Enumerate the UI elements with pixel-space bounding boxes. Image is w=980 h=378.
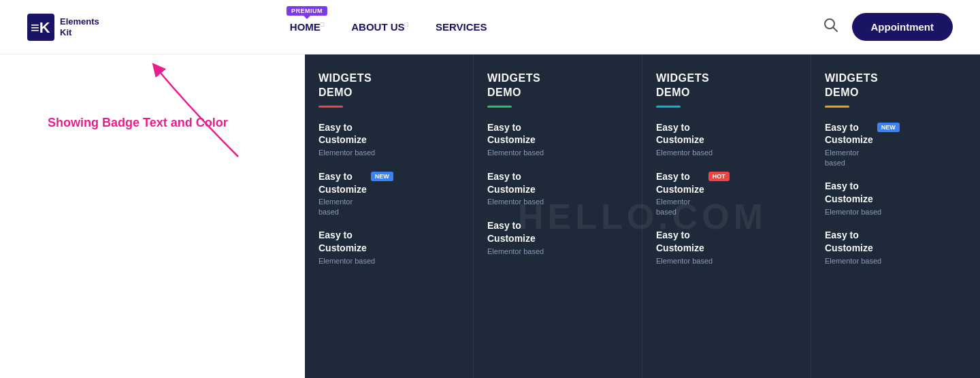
- home-superscript: □: [321, 21, 324, 28]
- badge-new: NEW: [371, 172, 393, 181]
- menu-item[interactable]: Easy toCustomize Elementorbased NEW: [318, 170, 459, 217]
- menu-item[interactable]: Easy toCustomize Elementor based: [318, 229, 459, 266]
- nav-item-about[interactable]: ABOUT US□: [351, 21, 408, 33]
- menu-item[interactable]: Easy toCustomize Elementor based: [656, 121, 797, 158]
- col-title-4: WIDGETSDEMO: [825, 72, 966, 100]
- logo-text: Elements Kit: [60, 16, 99, 37]
- about-superscript: □: [405, 21, 408, 28]
- menu-item[interactable]: Easy toCustomize Elementor based: [487, 170, 628, 207]
- menu-item[interactable]: Easy toCustomize Elementorbased HOT: [656, 170, 797, 217]
- search-icon[interactable]: [823, 18, 838, 36]
- menu-item[interactable]: Easy toCustomize Elementor based: [656, 229, 797, 266]
- home-label: HOME: [290, 21, 321, 33]
- col-header-3: WIDGETSDEMO: [656, 72, 797, 108]
- col-title-3: WIDGETSDEMO: [656, 72, 797, 100]
- logo[interactable]: ≡K Elements Kit: [27, 14, 99, 41]
- mega-col-3: WIDGETSDEMO Easy toCustomize Elementor b…: [642, 54, 811, 378]
- col-title-2: WIDGETSDEMO: [487, 72, 628, 100]
- menu-item[interactable]: Easy toCustomize Elementor based: [825, 180, 966, 217]
- header: ≡K Elements Kit PREMIUM HOME□ ABOUT US□ …: [0, 0, 980, 54]
- col-header-1: WIDGETSDEMO: [318, 72, 459, 108]
- menu-item[interactable]: Easy toCustomize Elementor based: [825, 229, 966, 266]
- menu-item[interactable]: Easy toCustomize Elementor based: [487, 121, 628, 158]
- col-underline-2: [487, 106, 512, 108]
- col-header-2: WIDGETSDEMO: [487, 72, 628, 108]
- logo-icon: ≡K: [27, 14, 54, 41]
- col-underline-4: [825, 106, 849, 108]
- logo-line1: Elements: [60, 16, 99, 27]
- nav-item-home[interactable]: PREMIUM HOME□: [290, 21, 324, 33]
- appointment-button[interactable]: Appointment: [852, 13, 953, 41]
- annotation-area: Showing Badge Text and Color: [0, 54, 306, 191]
- services-label: SERVICES: [436, 21, 487, 33]
- menu-item[interactable]: Easy toCustomize Elementor based: [318, 121, 459, 158]
- header-right: Appointment: [823, 13, 953, 41]
- svg-line-3: [833, 28, 837, 32]
- premium-badge: PREMIUM: [287, 6, 327, 16]
- nav-item-services[interactable]: SERVICES: [436, 21, 487, 33]
- annotation-text: Showing Badge Text and Color: [48, 116, 228, 130]
- col-header-4: WIDGETSDEMO: [825, 72, 966, 108]
- badge-hot: HOT: [708, 172, 730, 181]
- about-label: ABOUT US: [351, 21, 404, 33]
- mega-col-2: WIDGETSDEMO Easy toCustomize Elementor b…: [474, 54, 642, 378]
- mega-dropdown: HELLO.COM WIDGETSDEMO Easy toCustomize E…: [305, 54, 980, 378]
- svg-text:≡K: ≡K: [31, 19, 50, 36]
- col-underline-1: [318, 106, 343, 108]
- col-underline-3: [656, 106, 681, 108]
- mega-col-1: WIDGETSDEMO Easy toCustomize Elementor b…: [305, 54, 474, 378]
- menu-item[interactable]: Easy toCustomize Elementorbased NEW: [825, 121, 966, 168]
- col-title-1: WIDGETSDEMO: [318, 72, 459, 100]
- logo-line2: Kit: [60, 27, 99, 38]
- annotation-arrow: [136, 54, 272, 163]
- menu-item[interactable]: Easy toCustomize Elementor based: [487, 219, 628, 256]
- main-nav: PREMIUM HOME□ ABOUT US□ SERVICES: [290, 21, 487, 33]
- badge-new: NEW: [877, 123, 900, 132]
- mega-col-4: WIDGETSDEMO Easy toCustomize Elementorba…: [811, 54, 980, 378]
